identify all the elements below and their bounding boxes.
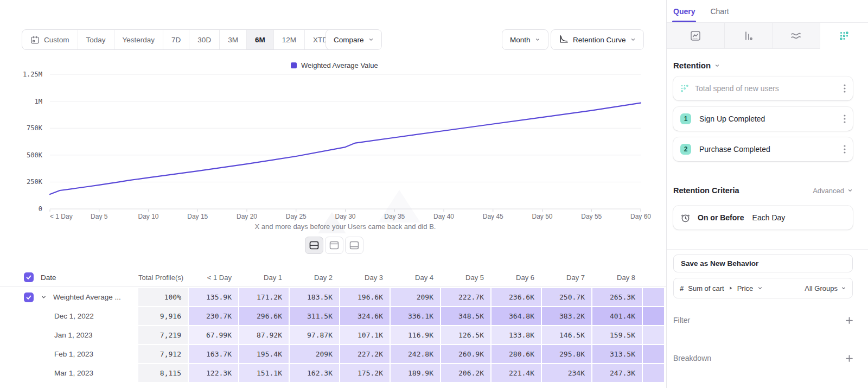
chart-type-button[interactable]: Retention Curve — [551, 29, 644, 50]
retention-value-cell: 383.2K — [542, 307, 591, 325]
retention-value-cell: 97.87K — [290, 326, 339, 344]
range-today[interactable]: Today — [78, 30, 114, 49]
funnels-icon[interactable] — [725, 23, 773, 49]
column-header[interactable]: Day 8 — [592, 273, 642, 282]
behavior-card[interactable]: Total spend of new users — [673, 77, 853, 100]
retention-value-cell: 313.5K — [592, 345, 642, 363]
chevron-down-icon[interactable] — [41, 294, 47, 300]
retention-value-cell: 162.3K — [290, 364, 339, 382]
chevron-down-icon — [368, 37, 374, 42]
column-header[interactable]: Day 5 — [441, 273, 490, 282]
granularity-label: Month — [510, 36, 531, 44]
retention-section-dropdown[interactable]: Retention — [673, 61, 853, 70]
retention-value-cell: 126.5K — [441, 326, 490, 344]
range-custom[interactable]: Custom — [22, 30, 78, 49]
criteria-card[interactable]: On or Before Each Day — [673, 206, 853, 230]
granularity-button[interactable]: Month — [502, 29, 548, 50]
column-header[interactable]: < 1 Day — [189, 273, 238, 282]
x-tick-label: Day 10 — [138, 213, 158, 220]
retention-value-cell: 247.3K — [592, 364, 642, 382]
table-row: Weighted Average ...100%135.9K171.2K183.… — [0, 288, 666, 306]
retention-value-cell: 116.9K — [391, 326, 440, 344]
save-as-new-behavior-button[interactable]: Save as New Behavior — [673, 255, 853, 272]
layout-split-view-button[interactable] — [305, 237, 323, 254]
retention-value-cell-partial — [643, 364, 664, 382]
retention-value-cell: 135.9K — [189, 288, 238, 306]
retention-value-cell-partial — [643, 288, 664, 306]
retention-criteria-label: Retention Criteria — [673, 186, 739, 195]
column-header[interactable]: Day 6 — [492, 273, 541, 282]
kebab-menu-icon[interactable] — [844, 145, 846, 154]
add-filter-button[interactable] — [846, 317, 853, 324]
retention-value-cell: 196.6K — [340, 288, 390, 306]
column-header[interactable]: Day 2 — [290, 273, 339, 282]
range-6m[interactable]: 6M — [247, 30, 274, 49]
groups-label: All Groups — [805, 284, 838, 292]
x-tick-label: Day 45 — [483, 213, 503, 220]
filter-section[interactable]: Filter — [673, 316, 853, 325]
column-header[interactable]: Total Profile(s) — [138, 273, 188, 282]
flows-icon[interactable] — [773, 23, 820, 49]
column-header[interactable]: Day 7 — [542, 273, 591, 282]
retention-value-cell: 364.8K — [492, 307, 541, 325]
retention-curve-icon — [559, 34, 569, 46]
step-number-badge: 2 — [680, 144, 691, 155]
breakdown-section[interactable]: Breakdown — [673, 354, 853, 362]
date-range-selector: CustomTodayYesterday7D30D3M6M12MXTD — [22, 29, 346, 50]
x-tick-label: Day 40 — [433, 213, 454, 220]
retention-icon[interactable] — [820, 23, 868, 49]
layout-table-only-button[interactable] — [345, 237, 363, 254]
row-label: Weighted Average ... — [53, 293, 121, 301]
range-30d[interactable]: 30D — [189, 30, 220, 49]
measurement-selector[interactable]: # Sum of cart Price All Groups — [673, 278, 853, 298]
compare-button[interactable]: Compare — [326, 29, 382, 50]
column-header[interactable]: Day 3 — [340, 273, 390, 282]
report-type-tabs — [667, 23, 868, 49]
retention-value-cell-partial — [643, 326, 664, 344]
panel-tabs: Query Chart — [667, 0, 868, 23]
retention-section-label: Retention — [673, 61, 711, 70]
retention-value-cell: 336.1K — [391, 307, 440, 325]
add-breakdown-button[interactable] — [846, 355, 853, 362]
total-profiles-cell: 8,115 — [138, 364, 188, 382]
layout-toggle-group — [305, 237, 363, 254]
y-tick-label: 1M — [35, 98, 42, 105]
row-checkbox[interactable] — [24, 292, 34, 302]
range-3m[interactable]: 3M — [220, 30, 247, 49]
kebab-menu-icon[interactable] — [844, 115, 846, 123]
tab-query[interactable]: Query — [673, 7, 695, 22]
retention-value-cell: 348.5K — [441, 307, 490, 325]
insights-icon[interactable] — [667, 23, 725, 49]
retention-curve-chart: 0250K500K750K1M1.25M< 1 DayDay 5Day 10Da… — [0, 57, 666, 233]
range-12m[interactable]: 12M — [274, 30, 305, 49]
kebab-menu-icon[interactable] — [844, 84, 846, 93]
range-yesterday[interactable]: Yesterday — [114, 30, 164, 49]
x-tick-label: Day 30 — [335, 213, 355, 220]
step-number-badge: 1 — [680, 113, 691, 124]
retention-value-cell: 234K — [542, 364, 591, 382]
column-header[interactable]: Day 1 — [239, 273, 289, 282]
retention-value-cell: 221.4K — [492, 364, 541, 382]
retention-value-cell: 146.5K — [542, 326, 591, 344]
step-event-label: Purchase Completed — [699, 145, 770, 154]
chart-type-label: Retention Curve — [573, 36, 626, 44]
row-label: Jan 1, 2023 — [54, 331, 93, 339]
criteria-mode-dropdown[interactable]: Advanced — [813, 187, 853, 195]
x-tick-label: Day 50 — [532, 213, 552, 220]
filter-label: Filter — [673, 316, 690, 325]
column-header[interactable]: Day 4 — [391, 273, 440, 282]
x-axis-caption: X and more days before your Users came b… — [50, 222, 641, 231]
retention-value-cell: 250.7K — [542, 288, 591, 306]
tab-chart[interactable]: Chart — [710, 7, 729, 22]
criteria-value: Each Day — [752, 213, 786, 222]
step-card-2[interactable]: 2 Purchase Completed — [673, 137, 853, 161]
total-profiles-cell: 9,916 — [138, 307, 188, 325]
divider — [0, 287, 666, 287]
step-card-1[interactable]: 1 Sign Up Completed — [673, 107, 853, 131]
range-7d[interactable]: 7D — [163, 30, 189, 49]
measurement-property: Price — [737, 284, 754, 292]
retention-value-cell: 189.9K — [391, 364, 440, 382]
select-all-checkbox[interactable] — [24, 272, 34, 282]
layout-chart-only-button[interactable] — [325, 237, 343, 254]
groups-dropdown[interactable]: All Groups — [805, 284, 846, 292]
